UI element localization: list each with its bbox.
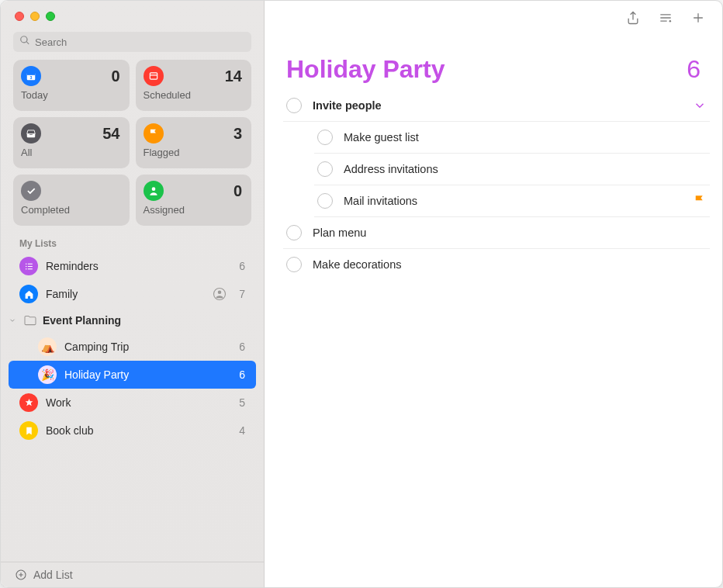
- list-book-club[interactable]: Book club 4: [1, 417, 264, 444]
- smart-flagged-count: 3: [234, 125, 242, 143]
- reminder-item[interactable]: Mail invitations: [314, 185, 710, 217]
- view-options-button[interactable]: [657, 9, 674, 26]
- svg-rect-9: [27, 265, 32, 266]
- smart-flagged[interactable]: 3 Flagged: [136, 117, 252, 168]
- svg-rect-3: [150, 73, 157, 79]
- plus-icon: [690, 10, 706, 26]
- complete-checkbox[interactable]: [317, 130, 333, 145]
- shared-icon: [213, 287, 227, 301]
- smart-assigned-count: 0: [234, 182, 242, 200]
- share-icon: [625, 10, 641, 26]
- reminder-title: Address invitations: [344, 163, 707, 175]
- share-button[interactable]: [624, 9, 642, 26]
- folder-event-planning[interactable]: Event Planning: [1, 308, 264, 333]
- smart-scheduled[interactable]: 14 Scheduled: [136, 60, 252, 111]
- app-window: 3 0 Today 14 Scheduled: [0, 0, 723, 588]
- reminder-item[interactable]: Address invitations: [314, 154, 710, 185]
- folder-label: Event Planning: [43, 314, 121, 327]
- svg-point-8: [25, 265, 26, 267]
- reminder-item[interactable]: Invite people: [283, 90, 710, 122]
- list-label: Work: [46, 396, 71, 409]
- minimize-window-button[interactable]: [30, 12, 40, 21]
- reminder-title: Make guest list: [344, 131, 707, 144]
- maximize-window-button[interactable]: [46, 12, 55, 21]
- list-reminders[interactable]: Reminders 6: [1, 252, 264, 280]
- smart-flagged-label: Flagged: [144, 147, 243, 158]
- tray-icon: [21, 123, 41, 144]
- smart-scheduled-label: Scheduled: [144, 89, 243, 101]
- smart-today-label: Today: [21, 89, 120, 101]
- star-icon: [19, 393, 38, 412]
- svg-text:3: 3: [30, 75, 33, 80]
- reminder-title: Plan menu: [313, 227, 707, 239]
- svg-point-20: [669, 20, 672, 22]
- svg-point-6: [25, 263, 26, 265]
- flag-icon: [693, 194, 707, 208]
- reminder-title: Mail invitations: [344, 195, 682, 207]
- reminder-item[interactable]: Make guest list: [314, 122, 710, 154]
- smart-today-count: 0: [111, 67, 119, 85]
- smart-lists: 3 0 Today 14 Scheduled: [1, 60, 264, 235]
- folder-icon: [22, 313, 38, 328]
- tent-icon: ⛺: [38, 337, 57, 356]
- list-label: Book club: [46, 424, 93, 437]
- toolbar: [265, 1, 722, 35]
- new-reminder-button[interactable]: [690, 9, 707, 26]
- complete-checkbox[interactable]: [286, 98, 302, 113]
- add-list-button[interactable]: Add List: [1, 562, 264, 587]
- reminder-title: Invite people: [313, 99, 682, 112]
- house-icon: [19, 285, 38, 303]
- svg-point-13: [218, 291, 222, 295]
- smart-completed[interactable]: Completed: [13, 175, 130, 226]
- lists: Reminders 6 Family 7 Event Planning: [1, 252, 264, 562]
- smart-all-count: 54: [102, 125, 119, 143]
- smart-scheduled-count: 14: [225, 67, 242, 85]
- main-panel: Holiday Party 6 Invite people Make guest…: [265, 1, 722, 587]
- smart-completed-label: Completed: [21, 204, 120, 216]
- smart-all[interactable]: 54 All: [13, 117, 130, 168]
- complete-checkbox[interactable]: [286, 225, 302, 240]
- list-work[interactable]: Work 5: [1, 389, 264, 417]
- reminder-item[interactable]: Plan menu: [283, 217, 710, 249]
- list-family[interactable]: Family 7: [1, 280, 264, 308]
- list-label: Family: [46, 288, 78, 300]
- chevron-down-icon: [9, 316, 16, 324]
- list-label: Holiday Party: [64, 368, 129, 381]
- calendar-icon: 3: [21, 66, 41, 86]
- list-title: Holiday Party: [286, 55, 445, 84]
- list-count: 7: [239, 288, 245, 300]
- window-controls: [1, 1, 264, 29]
- flag-icon: [144, 123, 164, 144]
- svg-rect-11: [27, 268, 32, 269]
- list-count: 6: [687, 55, 701, 84]
- search-field[interactable]: [13, 32, 251, 52]
- reminder-list: Invite people Make guest list Address in…: [265, 90, 722, 280]
- list-label: Camping Trip: [64, 341, 129, 353]
- add-list-label: Add List: [33, 569, 73, 581]
- complete-checkbox[interactable]: [286, 257, 302, 272]
- list-count: 6: [239, 368, 245, 381]
- list-bullet-icon: [19, 257, 38, 275]
- list-count: 6: [239, 260, 245, 272]
- list-camping-trip[interactable]: ⛺ Camping Trip 6: [1, 333, 264, 361]
- complete-checkbox[interactable]: [317, 161, 333, 177]
- plus-circle-icon: [15, 569, 27, 581]
- smart-assigned[interactable]: 0 Assigned: [136, 175, 252, 226]
- my-lists-header: My Lists: [1, 235, 264, 252]
- expand-subtasks-button[interactable]: [693, 99, 707, 112]
- smart-today[interactable]: 3 0 Today: [13, 60, 130, 111]
- list-count: 6: [239, 341, 245, 353]
- reminder-item[interactable]: Make decorations: [283, 249, 710, 280]
- list-options-icon: [658, 10, 673, 26]
- complete-checkbox[interactable]: [317, 193, 333, 209]
- bookmark-icon: [19, 421, 38, 440]
- close-window-button[interactable]: [15, 12, 24, 21]
- list-holiday-party[interactable]: 🎉 Holiday Party 6: [9, 361, 256, 389]
- list-label: Reminders: [46, 260, 99, 272]
- list-count: 5: [239, 396, 245, 409]
- smart-all-label: All: [21, 147, 120, 158]
- search-input[interactable]: [35, 36, 245, 48]
- search-icon: [19, 35, 30, 49]
- svg-point-10: [25, 268, 26, 269]
- reminder-title: Make decorations: [313, 258, 707, 271]
